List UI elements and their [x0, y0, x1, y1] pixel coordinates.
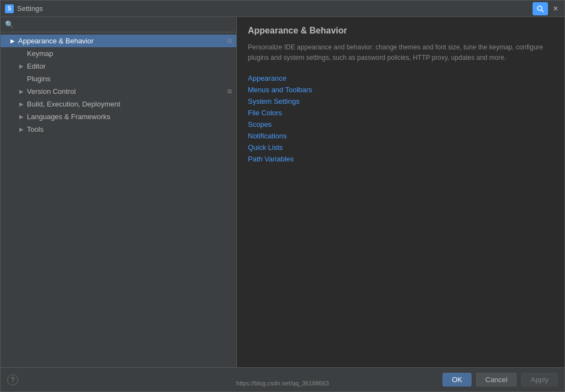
search-bar: 🔍: [1, 17, 236, 32]
bottom-bar-right: OK Cancel Apply: [442, 373, 558, 387]
nav-item-label: Plugins: [27, 75, 51, 83]
nav-item-tools[interactable]: ▶ Tools: [1, 123, 236, 136]
link-quick-lists[interactable]: Quick Lists: [248, 143, 553, 152]
panel-title: Appearance & Behavior: [248, 26, 553, 36]
search-bar-icon: 🔍: [5, 20, 14, 29]
help-button[interactable]: ?: [7, 374, 18, 385]
copy-icon: ⧉: [228, 88, 232, 95]
bottom-bar-left: ?: [7, 374, 18, 385]
nav-item-label: Keymap: [27, 49, 53, 58]
expand-arrow-icon: ▶: [18, 101, 25, 108]
close-button[interactable]: ×: [551, 4, 560, 13]
nav-item-label: Version Control: [27, 87, 76, 96]
ok-button[interactable]: OK: [442, 373, 472, 387]
link-notifications[interactable]: Notifications: [248, 132, 553, 140]
nav-item-label: Languages & Frameworks: [27, 113, 110, 121]
link-menus-toolbars[interactable]: Menus and Toolbars: [248, 86, 553, 94]
expand-arrow-icon: ▶: [18, 88, 25, 95]
nav-item-build-execution-deployment[interactable]: ▶ Build, Execution, Deployment: [1, 98, 236, 110]
panel-description: Personalize IDE appearance and behavior:…: [248, 42, 553, 63]
apply-button[interactable]: Apply: [521, 373, 558, 387]
nav-item-label: Build, Execution, Deployment: [27, 100, 120, 108]
spacer: [18, 51, 25, 57]
search-button[interactable]: [533, 2, 548, 15]
nav-item-plugins[interactable]: Plugins: [1, 72, 236, 85]
title-bar: S Settings ×: [1, 1, 564, 17]
link-path-variables[interactable]: Path Variables: [248, 155, 553, 163]
search-input[interactable]: [16, 20, 232, 29]
link-file-colors[interactable]: File Colors: [248, 109, 553, 117]
search-icon: [536, 5, 544, 13]
expand-arrow-icon: ▶: [9, 38, 16, 44]
left-panel: 🔍 ▶ Appearance & Behavior ⧉ Keymap ▶: [1, 17, 237, 367]
main-content: 🔍 ▶ Appearance & Behavior ⧉ Keymap ▶: [1, 17, 564, 367]
right-panel: Appearance & Behavior Personalize IDE ap…: [237, 17, 564, 367]
cancel-button[interactable]: Cancel: [476, 373, 517, 387]
nav-item-keymap[interactable]: Keymap: [1, 47, 236, 60]
link-system-settings[interactable]: System Settings: [248, 97, 553, 105]
svg-line-1: [542, 10, 544, 12]
panel-links: Appearance Menus and Toolbars System Set…: [248, 74, 553, 163]
bottom-bar: ? https://blog.csdn.net/qq_36188663 OK C…: [1, 367, 564, 391]
expand-arrow-icon: ▶: [18, 114, 25, 120]
nav-item-label: Editor: [27, 62, 46, 70]
nav-item-editor[interactable]: ▶ Editor: [1, 60, 236, 72]
nav-item-appearance-behavior[interactable]: ▶ Appearance & Behavior ⧉: [1, 35, 236, 47]
app-icon: S: [5, 4, 14, 13]
link-scopes[interactable]: Scopes: [248, 120, 553, 128]
nav-item-label: Tools: [27, 125, 43, 133]
nav-item-languages-frameworks[interactable]: ▶ Languages & Frameworks: [1, 110, 236, 123]
spacer: [18, 76, 25, 82]
nav-item-label: Appearance & Behavior: [18, 37, 93, 45]
copy-icon: ⧉: [228, 37, 232, 44]
link-appearance[interactable]: Appearance: [248, 74, 553, 82]
expand-arrow-icon: ▶: [18, 126, 25, 133]
window-title: Settings: [17, 4, 533, 13]
nav-item-version-control[interactable]: ▶ Version Control ⧉: [1, 85, 236, 98]
expand-arrow-icon: ▶: [18, 63, 25, 70]
settings-dialog: S Settings × 🔍 ▶ Appearance & Behavior: [0, 0, 565, 392]
status-url: https://blog.csdn.net/qq_36188663: [236, 380, 329, 387]
nav-tree: ▶ Appearance & Behavior ⧉ Keymap ▶ Edito…: [1, 32, 236, 367]
svg-point-0: [538, 6, 542, 10]
